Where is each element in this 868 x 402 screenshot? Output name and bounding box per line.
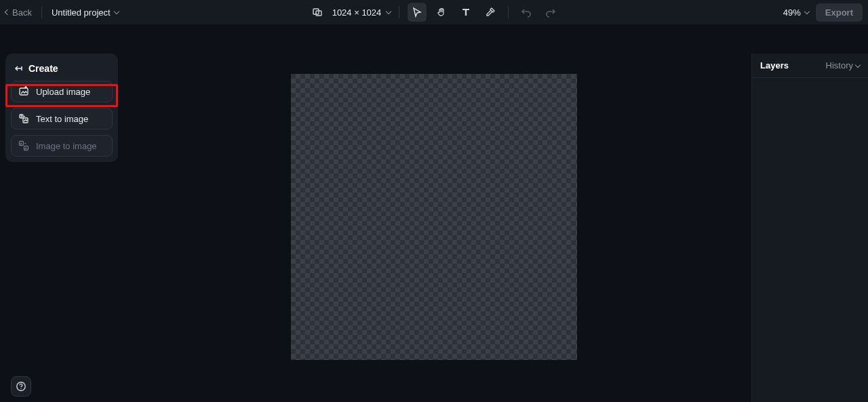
- undo-icon: [521, 7, 532, 18]
- layers-panel: Layers History: [751, 54, 868, 402]
- layers-title: Layers: [760, 60, 789, 71]
- hand-icon: [436, 7, 447, 18]
- topbar-right: 49% Export: [577, 3, 863, 22]
- redo-button[interactable]: [541, 3, 560, 22]
- chevron-down-icon: [804, 9, 810, 14]
- svg-rect-2: [20, 88, 28, 95]
- export-button[interactable]: Export: [816, 3, 863, 22]
- arrow-left-icon: [14, 64, 23, 73]
- canvas-checkerboard[interactable]: [291, 74, 577, 360]
- image-to-image-button: Image to image: [11, 135, 113, 157]
- divider: [752, 77, 868, 78]
- help-button[interactable]: [11, 376, 31, 397]
- upload-image-icon: [18, 86, 29, 97]
- topbar-center: 1024 × 1024: [291, 3, 576, 22]
- image-to-image-label: Image to image: [36, 141, 97, 151]
- help-icon: [16, 381, 26, 392]
- eyedropper-tool-button[interactable]: [481, 3, 500, 22]
- divider: [508, 6, 509, 18]
- export-label: Export: [825, 7, 853, 18]
- image-to-image-icon: [18, 140, 29, 151]
- chevron-down-icon: [113, 9, 119, 14]
- divider: [399, 6, 399, 18]
- back-label: Back: [12, 7, 32, 18]
- text-to-image-icon: [18, 113, 29, 124]
- chevron-left-icon: [5, 9, 10, 15]
- text-to-image-button[interactable]: Text to image: [11, 108, 113, 129]
- zoom-dropdown[interactable]: 49%: [783, 7, 809, 18]
- zoom-level: 49%: [783, 7, 801, 18]
- project-title-dropdown[interactable]: Untitled project: [52, 7, 119, 18]
- upload-image-label: Upload image: [36, 87, 90, 97]
- chevron-down-icon: [386, 9, 391, 14]
- cursor-icon: [412, 7, 422, 18]
- pan-tool-button[interactable]: [432, 3, 451, 22]
- canvas-dimensions-dropdown[interactable]: 1024 × 1024: [332, 7, 391, 18]
- back-button[interactable]: Back: [5, 7, 32, 18]
- dimensions-icon-button[interactable]: [308, 3, 327, 22]
- upload-image-button[interactable]: Upload image: [11, 81, 113, 102]
- layers-panel-header: Layers History: [752, 54, 868, 77]
- redo-icon: [545, 7, 556, 18]
- canvas-dimensions: 1024 × 1024: [332, 7, 382, 18]
- undo-button[interactable]: [517, 3, 536, 22]
- topbar-left: Back Untitled project: [5, 6, 291, 18]
- workspace: Create Upload image: [0, 24, 868, 402]
- history-label: History: [826, 60, 853, 71]
- project-title: Untitled project: [52, 7, 111, 18]
- text-tool-button[interactable]: [456, 3, 475, 22]
- divider: [41, 6, 42, 18]
- select-tool-button[interactable]: [408, 3, 427, 22]
- history-dropdown[interactable]: History: [826, 60, 860, 71]
- text-icon: [460, 7, 471, 18]
- chevron-down-icon: [855, 62, 861, 67]
- text-to-image-label: Text to image: [36, 114, 88, 124]
- create-panel: Create Upload image: [5, 54, 118, 162]
- top-bar: Back Untitled project 1024 × 1024: [0, 0, 868, 24]
- dimensions-icon: [312, 7, 323, 18]
- create-panel-header[interactable]: Create: [11, 59, 113, 81]
- svg-point-8: [20, 388, 21, 389]
- create-panel-title: Create: [28, 63, 58, 74]
- eyedropper-icon: [485, 7, 496, 18]
